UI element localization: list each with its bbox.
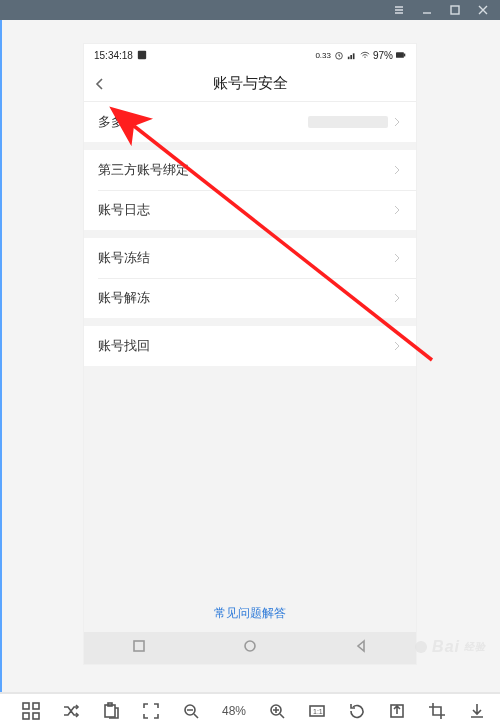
row-label: 账号冻结: [98, 249, 150, 267]
svg-rect-6: [396, 52, 404, 58]
clipboard-icon[interactable]: [102, 702, 120, 720]
grid-icon[interactable]: [22, 702, 40, 720]
window-menu-button[interactable]: [392, 3, 406, 17]
phone-nav: [84, 632, 416, 664]
window-minimize-button[interactable]: [420, 3, 434, 17]
nav-recent-button[interactable]: [131, 638, 147, 658]
crop-icon[interactable]: [428, 702, 446, 720]
zoom-level: 48%: [222, 704, 246, 718]
phone-frame: 15:34:18 0.33 97% 账号与安全 多多号: [84, 44, 416, 664]
row-unfreeze[interactable]: 账号解冻: [84, 278, 416, 318]
chevron-right-icon: [392, 339, 402, 354]
statusbar-net-speed: 0.33: [315, 51, 331, 60]
zoom-out-icon[interactable]: [182, 702, 200, 720]
svg-rect-4: [350, 55, 352, 59]
faq-link[interactable]: 常见问题解答: [84, 591, 416, 632]
statusbar-time: 15:34:18: [94, 50, 133, 61]
zoom-in-icon[interactable]: [268, 702, 286, 720]
window-close-button[interactable]: [476, 3, 490, 17]
svg-rect-14: [33, 713, 39, 719]
viewer-canvas: 15:34:18 0.33 97% 账号与安全 多多号: [0, 20, 500, 692]
row-label: 第三方账号绑定: [98, 161, 189, 179]
window-maximize-button[interactable]: [448, 3, 462, 17]
chevron-right-icon: [392, 163, 402, 178]
svg-rect-13: [23, 713, 29, 719]
nav-home-button[interactable]: [242, 638, 258, 658]
watermark-brand: Bai: [432, 638, 460, 656]
row-third-party[interactable]: 第三方账号绑定: [84, 150, 416, 190]
row-recover[interactable]: 账号找回: [84, 326, 416, 366]
svg-point-9: [245, 641, 255, 651]
viewer-toolbar: 48% 1:1: [0, 692, 500, 728]
chevron-right-icon: [392, 203, 402, 218]
svg-rect-7: [404, 54, 405, 57]
faq-link-label: 常见问题解答: [214, 606, 286, 620]
list-group-recover: 账号找回: [84, 326, 416, 366]
fullscreen-icon[interactable]: [142, 702, 160, 720]
window-titlebar: [0, 0, 500, 20]
row-label: 账号找回: [98, 337, 150, 355]
alarm-icon: [334, 50, 344, 60]
list-group-account: 多多号: [84, 102, 416, 142]
back-button[interactable]: [92, 66, 108, 101]
rotate-icon[interactable]: [348, 702, 366, 720]
svg-rect-11: [23, 703, 29, 709]
svg-text:1:1: 1:1: [313, 708, 323, 715]
chevron-right-icon: [392, 115, 402, 130]
share-icon[interactable]: [388, 702, 406, 720]
phone-header: 账号与安全: [84, 66, 416, 102]
svg-rect-1: [138, 51, 146, 59]
row-label: 账号日志: [98, 201, 150, 219]
svg-rect-5: [353, 53, 355, 59]
nav-back-button[interactable]: [353, 638, 369, 658]
row-account-log[interactable]: 账号日志: [84, 190, 416, 230]
list-group-freeze: 账号冻结 账号解冻: [84, 238, 416, 318]
page-title: 账号与安全: [213, 74, 288, 93]
svg-rect-8: [134, 641, 144, 651]
statusbar-app-icon: [137, 50, 147, 60]
row-label: 多多号: [98, 113, 137, 131]
list-group-bindings: 第三方账号绑定 账号日志: [84, 150, 416, 230]
svg-rect-12: [33, 703, 39, 709]
battery-icon: [396, 50, 406, 60]
download-icon[interactable]: [468, 702, 486, 720]
row-account-id[interactable]: 多多号: [84, 102, 416, 142]
signal-icon: [347, 50, 357, 60]
row-label: 账号解冻: [98, 289, 150, 307]
settings-list: 多多号 第三方账号绑定 账号日志: [84, 102, 416, 632]
watermark: Bai 经验: [412, 638, 486, 656]
svg-rect-3: [348, 57, 350, 60]
masked-value: [308, 116, 388, 128]
chevron-right-icon: [392, 251, 402, 266]
paw-icon: [412, 638, 430, 656]
shuffle-icon[interactable]: [62, 702, 80, 720]
actual-size-icon[interactable]: 1:1: [308, 702, 326, 720]
watermark-sub: 经验: [464, 640, 486, 654]
chevron-right-icon: [392, 291, 402, 306]
statusbar-battery-pct: 97%: [373, 50, 393, 61]
row-freeze[interactable]: 账号冻结: [84, 238, 416, 278]
phone-statusbar: 15:34:18 0.33 97%: [84, 44, 416, 66]
wifi-icon: [360, 50, 370, 60]
svg-rect-0: [451, 6, 459, 14]
